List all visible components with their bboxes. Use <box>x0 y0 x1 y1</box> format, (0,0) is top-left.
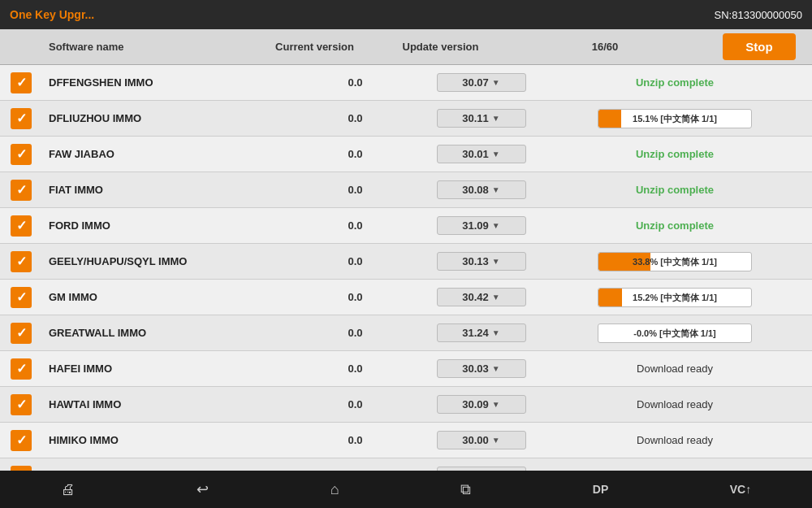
row-update-version[interactable]: 30.03 ▼ <box>418 359 544 378</box>
row-checkbox[interactable]: ✓ <box>0 323 42 344</box>
progress-fill <box>598 110 621 128</box>
row-status: Download ready <box>544 398 812 410</box>
row-checkbox[interactable]: ✓ <box>0 394 42 415</box>
row-update-version[interactable]: 30.42 ▼ <box>418 288 544 306</box>
progress-bar: 15.1% [中文简体 1/1] <box>598 109 752 128</box>
row-software-name: FAW JIABAO <box>42 148 292 160</box>
row-status: Unzip complete <box>544 184 812 196</box>
header-progress: 16/60 <box>503 41 706 53</box>
table-row: ✓ HIMIKO IMMO 0.0 30.00 ▼ Download ready <box>0 423 812 458</box>
stop-button[interactable]: Stop <box>723 33 795 60</box>
table-row: ✓ FAW JIABAO 0.0 30.01 ▼ Unzip complete <box>0 137 812 172</box>
row-current-version: 0.0 <box>292 112 418 124</box>
nav-vc[interactable]: VC↑ <box>717 480 764 499</box>
row-current-version: 0.0 <box>292 76 418 89</box>
status-ready: Download ready <box>637 398 713 410</box>
table-header: Software name Current version Update ver… <box>0 29 812 65</box>
row-status: Unzip complete <box>544 76 812 89</box>
row-checkbox[interactable]: ✓ <box>0 215 42 237</box>
title-bar: One Key Upgr... SN:813300000050 <box>0 0 812 29</box>
row-software-name: HIMIKO IMMO <box>42 434 292 446</box>
stop-button-container: Stop <box>706 33 812 60</box>
bottom-navigation: 🖨 ↩ ⌂ ⧉ DP VC↑ <box>0 471 812 508</box>
progress-bar: -0.0% [中文简体 1/1] <box>598 323 752 343</box>
table-row: ✓ DFLIUZHOU IMMO 0.0 30.11 ▼ 15.1% [中文简体… <box>0 101 812 137</box>
row-update-version[interactable]: 30.07 ▼ <box>418 73 544 92</box>
row-update-version[interactable]: 30.13 ▼ <box>418 252 544 271</box>
row-status: -0.0% [中文简体 1/1] <box>544 323 812 343</box>
row-update-version[interactable]: 31.24 ▼ <box>418 323 544 342</box>
status-ready: Download ready <box>637 363 713 375</box>
table-row: ✓ HAWTAI IMMO 0.0 30.09 ▼ Download ready <box>0 387 812 423</box>
row-current-version: 0.0 <box>292 434 418 446</box>
row-software-name: GREATWALL IMMO <box>42 327 292 339</box>
row-status: Unzip complete <box>544 148 812 160</box>
row-software-name: HAWTAI IMMO <box>42 398 292 410</box>
table-row: ✓ GM IMMO 0.0 30.42 ▼ 15.2% [中文简体 1/1] <box>0 280 812 315</box>
row-status: 33.8% [中文简体 1/1] <box>544 252 812 271</box>
row-software-name: FIAT IMMO <box>42 184 292 196</box>
status-ready: Download ready <box>637 434 713 446</box>
nav-home[interactable]: ⌂ <box>317 478 352 501</box>
row-software-name: HAFEI IMMO <box>42 363 292 375</box>
row-update-version[interactable]: 31.09 ▼ <box>418 216 544 235</box>
row-software-name: FORD IMMO <box>42 219 292 232</box>
row-checkbox[interactable]: ✓ <box>0 72 42 93</box>
progress-text: 33.8% [中文简体 1/1] <box>633 255 717 267</box>
table-body: ✓ DFFENGSHEN IMMO 0.0 30.07 ▼ Unzip comp… <box>0 65 812 494</box>
row-status: Unzip complete <box>544 219 812 232</box>
header-update-version: Update version <box>378 41 503 53</box>
row-update-version[interactable]: 30.08 ▼ <box>418 180 544 199</box>
progress-bar: 15.2% [中文简体 1/1] <box>598 288 752 307</box>
nav-print[interactable]: 🖨 <box>48 478 89 501</box>
serial-number: SN:813300000050 <box>715 9 802 21</box>
row-current-version: 0.0 <box>292 363 418 375</box>
row-update-version[interactable]: 30.09 ▼ <box>418 395 544 414</box>
nav-dp[interactable]: DP <box>580 480 621 499</box>
row-current-version: 0.0 <box>292 219 418 232</box>
nav-recent[interactable]: ⧉ <box>447 478 484 501</box>
progress-text: 15.1% [中文简体 1/1] <box>633 112 717 124</box>
row-current-version: 0.0 <box>292 398 418 410</box>
row-checkbox[interactable]: ✓ <box>0 144 42 165</box>
row-checkbox[interactable]: ✓ <box>0 180 42 201</box>
progress-text: 15.2% [中文简体 1/1] <box>633 291 717 303</box>
row-status: Download ready <box>544 363 812 375</box>
row-current-version: 0.0 <box>292 291 418 303</box>
table-row: ✓ HAFEI IMMO 0.0 30.03 ▼ Download ready <box>0 351 812 387</box>
row-current-version: 0.0 <box>292 255 418 267</box>
table-row: ✓ FORD IMMO 0.0 31.09 ▼ Unzip complete <box>0 208 812 244</box>
status-unzip: Unzip complete <box>636 219 714 232</box>
header-current-version: Current version <box>252 41 378 53</box>
row-checkbox[interactable]: ✓ <box>0 287 42 308</box>
nav-back[interactable]: ↩ <box>184 477 222 501</box>
row-software-name: GM IMMO <box>42 291 292 303</box>
row-update-version[interactable]: 30.01 ▼ <box>418 145 544 163</box>
row-software-name: DFLIUZHOU IMMO <box>42 112 292 124</box>
row-status: 15.2% [中文简体 1/1] <box>544 288 812 307</box>
header-software-name: Software name <box>42 41 252 53</box>
row-current-version: 0.0 <box>292 184 418 196</box>
progress-bar: 33.8% [中文简体 1/1] <box>598 252 752 271</box>
row-checkbox[interactable]: ✓ <box>0 358 42 380</box>
row-update-version[interactable]: 30.00 ▼ <box>418 431 544 449</box>
table-row: ✓ GEELY/HUAPU/SQYL IMMO 0.0 30.13 ▼ 33.8… <box>0 244 812 280</box>
row-checkbox[interactable]: ✓ <box>0 108 42 129</box>
row-status: Download ready <box>544 434 812 446</box>
progress-text: -0.0% [中文简体 1/1] <box>633 327 715 339</box>
row-software-name: GEELY/HUAPU/SQYL IMMO <box>42 255 292 267</box>
table-row: ✓ DFFENGSHEN IMMO 0.0 30.07 ▼ Unzip comp… <box>0 65 812 101</box>
row-status: 15.1% [中文简体 1/1] <box>544 109 812 128</box>
status-unzip: Unzip complete <box>636 148 714 160</box>
row-update-version[interactable]: 30.11 ▼ <box>418 109 544 128</box>
status-unzip: Unzip complete <box>636 184 714 196</box>
table-row: ✓ GREATWALL IMMO 0.0 31.24 ▼ -0.0% [中文简体… <box>0 315 812 351</box>
row-current-version: 0.0 <box>292 148 418 160</box>
row-current-version: 0.0 <box>292 327 418 339</box>
status-unzip: Unzip complete <box>636 76 714 89</box>
row-checkbox[interactable]: ✓ <box>0 251 42 272</box>
row-software-name: DFFENGSHEN IMMO <box>42 76 292 89</box>
app-title: One Key Upgr... <box>10 8 94 21</box>
row-checkbox[interactable]: ✓ <box>0 430 42 451</box>
progress-fill <box>598 289 622 306</box>
